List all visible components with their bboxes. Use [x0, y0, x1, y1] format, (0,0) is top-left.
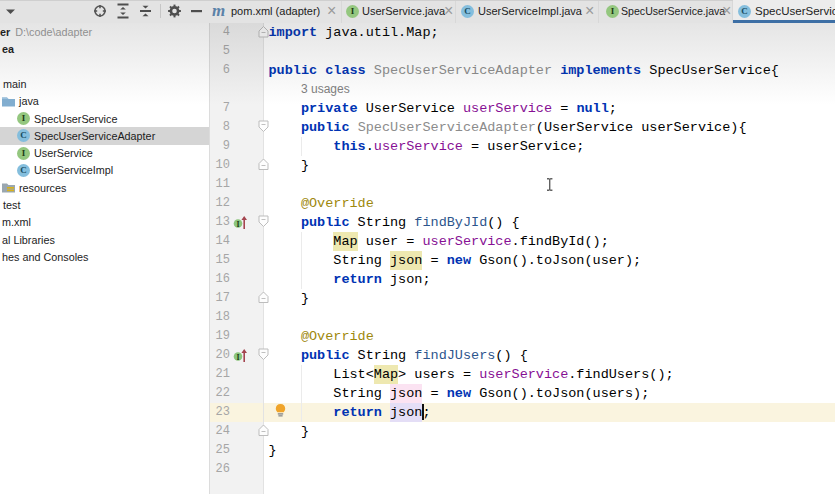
svg-text:I: I [236, 220, 239, 229]
svg-text:I: I [236, 353, 239, 362]
